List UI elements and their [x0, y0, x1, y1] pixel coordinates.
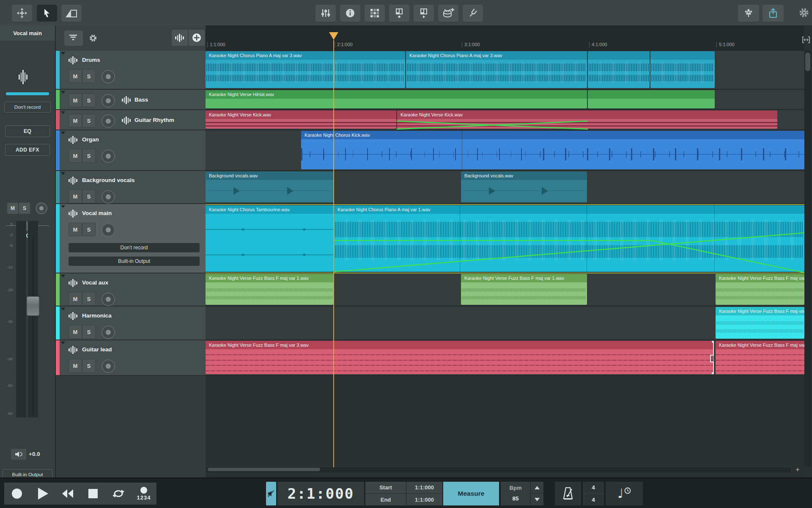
- audio-clip[interactable]: Karaoke Night Chorus Piano A maj var 3.w…: [406, 51, 587, 88]
- rewind-button[interactable]: [55, 483, 81, 505]
- track-header-guitar-lead[interactable]: Guitar leadMS: [56, 340, 206, 376]
- mute-button[interactable]: M: [7, 202, 19, 214]
- bpm-block[interactable]: Bpm 85: [501, 482, 530, 505]
- track-mute-button[interactable]: M: [69, 325, 82, 339]
- track-output-button[interactable]: Built-in Output: [69, 257, 200, 266]
- audio-clip[interactable]: Karaoke Night Verse Fuzz Bass F maj var …: [716, 274, 804, 305]
- clip-resize-handle[interactable]: [710, 355, 714, 362]
- track-header-guitar-rhythm[interactable]: MSGuitar Rhythm: [56, 110, 206, 130]
- fade-tool-button[interactable]: [61, 5, 82, 22]
- vertical-scrollbar-thumb[interactable]: [805, 52, 810, 71]
- track-solo-button[interactable]: S: [82, 359, 96, 373]
- timeline-ruler[interactable]: 1:1:0002:1:0003:1:0004:1:0005:1:000: [206, 25, 804, 52]
- track-record-button[interactable]: [102, 223, 115, 237]
- vertical-scrollbar[interactable]: [804, 51, 811, 467]
- fit-width-button[interactable]: [802, 36, 811, 47]
- horizontal-scrollbar[interactable]: [206, 467, 792, 473]
- track-record-button[interactable]: [102, 114, 115, 128]
- time-sig-denominator[interactable]: 4: [583, 494, 604, 505]
- collapse-triangle-icon[interactable]: [61, 308, 65, 310]
- piano-roll-button[interactable]: [389, 5, 409, 22]
- settings-button[interactable]: [799, 8, 809, 19]
- track-dont-record-button[interactable]: Don't record: [69, 243, 200, 252]
- track-solo-button[interactable]: S: [82, 325, 96, 339]
- bpm-up-button[interactable]: [531, 482, 543, 494]
- info-button[interactable]: [340, 5, 360, 22]
- time-display[interactable]: 2:1:000: [277, 482, 364, 505]
- audio-clip[interactable]: Karaoke Night Chorus Tambourine.wav: [206, 205, 333, 272]
- piano-roll-play-button[interactable]: [414, 5, 434, 22]
- gain-value[interactable]: +0.0: [29, 451, 40, 457]
- audio-clip[interactable]: Karaoke Night Verse Fuzz Bass F maj var …: [716, 341, 804, 374]
- track-solo-button[interactable]: S: [82, 190, 96, 203]
- track-header-drums[interactable]: DrumsMS: [56, 51, 206, 90]
- track-header-vocal-main[interactable]: Vocal mainMSDon't recordBuilt-in Output: [56, 204, 206, 273]
- track-record-button[interactable]: [102, 359, 115, 373]
- arm-record-button[interactable]: [36, 202, 47, 214]
- track-header-background-vocals[interactable]: Background vocalsMS: [56, 171, 206, 204]
- collapse-triangle-icon[interactable]: [61, 111, 65, 114]
- zoom-in-button[interactable]: +: [793, 466, 802, 473]
- fader-thumb[interactable]: [27, 296, 39, 316]
- track-solo-button[interactable]: S: [82, 223, 96, 236]
- collapse-triangle-icon[interactable]: [61, 52, 65, 55]
- track-solo-button[interactable]: S: [82, 292, 96, 306]
- collapse-triangle-icon[interactable]: [61, 132, 65, 134]
- metronome-button[interactable]: [555, 482, 581, 505]
- audio-clip[interactable]: [588, 90, 715, 108]
- track-header-organ[interactable]: OrganMS: [56, 130, 206, 171]
- collapse-triangle-icon[interactable]: [61, 91, 65, 94]
- add-drum-button[interactable]: [438, 5, 458, 22]
- track-record-button[interactable]: [102, 326, 115, 339]
- gain-speaker-button[interactable]: [11, 449, 26, 460]
- track-record-button[interactable]: [102, 293, 115, 306]
- select-tool-button[interactable]: [37, 5, 57, 22]
- track-mute-button[interactable]: M: [69, 149, 82, 163]
- track-mute-button[interactable]: M: [69, 292, 82, 306]
- stop-button[interactable]: [80, 483, 106, 505]
- play-button[interactable]: [30, 483, 55, 505]
- track-mute-button[interactable]: M: [69, 190, 82, 203]
- audio-clip[interactable]: Karaoke Night Verse Fuzz Bass F maj var …: [461, 274, 587, 305]
- audio-clip[interactable]: Karaoke Night Chorus Piano A maj var 3.w…: [206, 51, 405, 88]
- start-value[interactable]: 1:1:000: [406, 482, 442, 494]
- track-solo-button[interactable]: S: [82, 114, 96, 127]
- track-header-bass[interactable]: MSBass: [56, 90, 206, 110]
- bpm-value[interactable]: 85: [501, 495, 530, 502]
- audio-clip[interactable]: Background vocals.wav: [206, 171, 333, 202]
- audio-clip[interactable]: Karaoke Night Verse Kick.wav: [206, 110, 396, 129]
- end-value[interactable]: 1:1:000: [406, 494, 442, 505]
- time-sig-numerator[interactable]: 4: [583, 482, 604, 494]
- audio-clip[interactable]: Karaoke Night Chorus Piano A maj var 1.w…: [334, 205, 804, 272]
- count-in-button[interactable]: 1234: [131, 483, 156, 505]
- audio-clip[interactable]: Karaoke Night Verse Fuzz Bass F maj var …: [716, 307, 804, 339]
- bpm-down-button[interactable]: [531, 494, 543, 505]
- audio-clip[interactable]: Background vocals.wav: [461, 171, 587, 202]
- pattern-grid-button[interactable]: [365, 5, 385, 22]
- mic-setup-button[interactable]: [738, 5, 759, 22]
- collapse-triangle-icon[interactable]: [61, 342, 65, 344]
- track-record-button[interactable]: [102, 70, 115, 83]
- track-filter-button[interactable]: [64, 30, 83, 46]
- horizontal-scrollbar-thumb[interactable]: [208, 468, 320, 471]
- solo-button[interactable]: S: [19, 202, 30, 214]
- track-record-button[interactable]: [102, 190, 115, 204]
- mixer-button[interactable]: [315, 5, 336, 22]
- eq-button[interactable]: EQ: [5, 125, 50, 137]
- track-mute-button[interactable]: M: [69, 114, 82, 127]
- share-button[interactable]: [763, 5, 784, 22]
- track-settings-gear-icon[interactable]: [89, 34, 97, 44]
- time-signature-block[interactable]: 4 4: [583, 482, 604, 505]
- track-mute-button[interactable]: M: [69, 359, 82, 373]
- track-mute-button[interactable]: M: [69, 94, 82, 107]
- audio-clip[interactable]: Karaoke Night Verse HiHat.wav: [206, 90, 587, 108]
- audio-clip[interactable]: Karaoke Night Chorus Kick.wav: [301, 131, 804, 169]
- dont-record-button[interactable]: Don't record: [4, 102, 51, 113]
- track-solo-button[interactable]: S: [82, 94, 96, 107]
- track-record-button[interactable]: [102, 149, 115, 163]
- track-mute-button[interactable]: M: [69, 69, 82, 83]
- record-button[interactable]: [4, 483, 30, 505]
- add-efx-button[interactable]: ADD EFX: [5, 144, 50, 156]
- playhead-marker[interactable]: [329, 32, 338, 40]
- track-solo-button[interactable]: S: [82, 69, 96, 83]
